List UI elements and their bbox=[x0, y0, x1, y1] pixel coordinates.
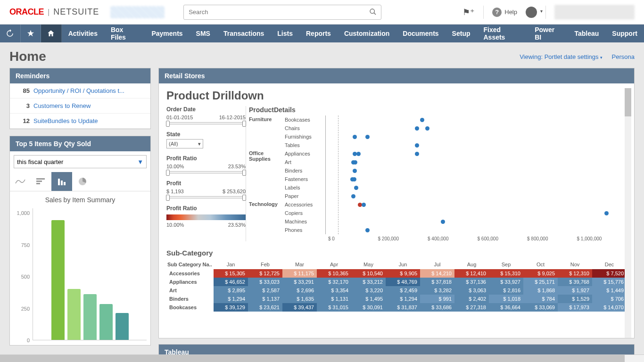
heatmap-cell[interactable]: $ 3,354 bbox=[317, 286, 351, 295]
scatter-dot[interactable] bbox=[356, 152, 361, 156]
profit-ratio-slider[interactable] bbox=[166, 171, 246, 173]
nav-item-activities[interactable]: Activities bbox=[62, 25, 104, 42]
scatter-dot[interactable] bbox=[415, 152, 419, 156]
reminder-row[interactable]: 3Customers to Renew bbox=[10, 99, 150, 114]
heatmap-cell[interactable]: $ 36,664 bbox=[489, 303, 523, 312]
heatmap-cell[interactable]: $ 1,449 bbox=[592, 286, 627, 295]
chart-type-line[interactable] bbox=[10, 172, 31, 191]
personalize-link[interactable]: Persona bbox=[612, 53, 635, 60]
reminder-link[interactable]: Customers to Renew bbox=[33, 102, 91, 109]
new-item-icon[interactable]: ⚑⁺ bbox=[462, 7, 475, 17]
heatmap-cell[interactable]: $ 3,220 bbox=[351, 286, 386, 295]
heatmap-cell[interactable]: $ 12,410 bbox=[454, 269, 489, 278]
reminder-row[interactable]: 12SuiteBundles to Update bbox=[10, 114, 150, 129]
nav-item-box-files[interactable]: Box Files bbox=[104, 25, 145, 42]
heatmap-cell[interactable]: $ 39,437 bbox=[282, 303, 317, 312]
heatmap-cell[interactable]: $ 30,091 bbox=[351, 303, 386, 312]
nav-item-reports[interactable]: Reports bbox=[299, 25, 338, 42]
heatmap-cell[interactable]: $ 2,696 bbox=[282, 286, 317, 295]
heatmap-cell[interactable]: $ 33,069 bbox=[523, 303, 558, 312]
reminder-row[interactable]: 85Opportunity / ROI / Quotations t... bbox=[10, 83, 150, 99]
heatmap-cell[interactable]: $ 23,621 bbox=[248, 303, 282, 312]
heatmap-cell[interactable]: $ 33,686 bbox=[420, 303, 454, 312]
chart-type-bar-v[interactable] bbox=[51, 172, 72, 191]
nav-item-customization[interactable]: Customization bbox=[338, 25, 396, 42]
chart-type-bar-h[interactable] bbox=[31, 172, 51, 191]
scatter-dot[interactable] bbox=[365, 228, 370, 232]
profit-slider[interactable] bbox=[166, 196, 246, 198]
heatmap-cell[interactable]: $ 3,063 bbox=[454, 286, 489, 295]
heatmap-cell[interactable]: $ 1,294 bbox=[386, 295, 420, 303]
scatter-dot[interactable] bbox=[425, 126, 429, 131]
scatter-dot[interactable] bbox=[352, 177, 356, 181]
heatmap-cell[interactable]: $ 10,365 bbox=[317, 269, 351, 278]
nav-favorites-button[interactable] bbox=[21, 25, 41, 42]
scatter-dot[interactable] bbox=[351, 194, 355, 198]
heatmap-cell[interactable]: $ 27,318 bbox=[454, 303, 489, 312]
heatmap-cell[interactable]: $ 39,768 bbox=[558, 278, 592, 286]
heatmap-cell[interactable]: $ 31,015 bbox=[317, 303, 351, 312]
heatmap-cell[interactable]: $ 12,310 bbox=[558, 269, 592, 278]
nav-item-power-bi[interactable]: Power BI bbox=[528, 25, 568, 42]
heatmap-cell[interactable]: $ 15,310 bbox=[489, 269, 523, 278]
heatmap-cell[interactable]: $ 2,459 bbox=[386, 286, 420, 295]
heatmap-cell[interactable]: $ 3,282 bbox=[420, 286, 454, 295]
heatmap-cell[interactable]: $ 37,818 bbox=[420, 278, 454, 286]
search-input[interactable] bbox=[183, 5, 381, 20]
heatmap-cell[interactable]: $ 10,540 bbox=[351, 269, 386, 278]
heatmap-cell[interactable]: $ 25,171 bbox=[523, 278, 558, 286]
heatmap-cell[interactable]: $ 33,291 bbox=[282, 278, 317, 286]
heatmap-cell[interactable]: $ 15,776 bbox=[592, 278, 627, 286]
heatmap-cell[interactable]: $ 9,025 bbox=[523, 269, 558, 278]
bar[interactable] bbox=[67, 289, 81, 340]
scatter-dot[interactable] bbox=[353, 169, 357, 173]
nav-history-button[interactable] bbox=[0, 25, 21, 42]
heatmap-cell[interactable]: $ 1,294 bbox=[214, 295, 248, 303]
heatmap-cell[interactable]: $ 991 bbox=[420, 295, 454, 303]
heatmap-cell[interactable]: $ 33,927 bbox=[489, 278, 523, 286]
heatmap-cell[interactable]: $ 14,070 bbox=[592, 303, 627, 312]
heatmap-cell[interactable]: $ 15,305 bbox=[214, 269, 248, 278]
heatmap-cell[interactable]: $ 46,652 bbox=[214, 278, 248, 286]
heatmap-cell[interactable]: $ 2,587 bbox=[248, 286, 282, 295]
heatmap-cell[interactable]: $ 1,868 bbox=[523, 286, 558, 295]
nav-item-documents[interactable]: Documents bbox=[396, 25, 445, 42]
scatter-dot[interactable] bbox=[362, 203, 366, 207]
bar[interactable] bbox=[51, 220, 65, 340]
heatmap-cell[interactable]: $ 11,175 bbox=[282, 269, 317, 278]
nav-item-sms[interactable]: SMS bbox=[190, 25, 217, 42]
scatter-dot[interactable] bbox=[354, 186, 358, 190]
period-select[interactable]: this fiscal quarter ▼ bbox=[14, 155, 147, 168]
heatmap-cell[interactable]: $ 31,837 bbox=[386, 303, 420, 312]
bar[interactable] bbox=[83, 294, 97, 340]
nav-item-support[interactable]: Support bbox=[605, 25, 644, 42]
scatter-dot[interactable] bbox=[420, 118, 424, 122]
heatmap-cell[interactable]: $ 12,725 bbox=[248, 269, 282, 278]
heatmap-cell[interactable]: $ 1,529 bbox=[558, 295, 592, 303]
nav-item-fixed-assets[interactable]: Fixed Assets bbox=[477, 25, 528, 42]
heatmap-cell[interactable]: $ 33,023 bbox=[248, 278, 282, 286]
heatmap-cell[interactable]: $ 1,495 bbox=[351, 295, 386, 303]
nav-item-payments[interactable]: Payments bbox=[145, 25, 189, 42]
search-icon[interactable] bbox=[369, 8, 377, 16]
heatmap-cell[interactable]: $ 1,131 bbox=[317, 295, 351, 303]
nav-item-tableau[interactable]: Tableau bbox=[568, 25, 605, 42]
heatmap-cell[interactable]: $ 14,210 bbox=[420, 269, 454, 278]
heatmap-cell[interactable]: $ 33,212 bbox=[351, 278, 386, 286]
chart-type-pie[interactable] bbox=[72, 172, 93, 191]
heatmap-cell[interactable]: $ 17,973 bbox=[558, 303, 592, 312]
viewing-dropdown[interactable]: Viewing: Portlet date settings bbox=[520, 53, 602, 60]
heatmap-cell[interactable]: $ 39,129 bbox=[214, 303, 248, 312]
heatmap-cell[interactable]: $ 2,816 bbox=[489, 286, 523, 295]
nav-home-button[interactable] bbox=[41, 25, 62, 42]
heatmap-cell[interactable]: $ 1,018 bbox=[489, 295, 523, 303]
scatter-dot[interactable] bbox=[415, 143, 419, 148]
scatter-dot[interactable] bbox=[604, 211, 609, 215]
heatmap-cell[interactable]: $ 1,927 bbox=[558, 286, 592, 295]
heatmap-cell[interactable]: $ 706 bbox=[592, 295, 627, 303]
heatmap-cell[interactable]: $ 2,402 bbox=[454, 295, 489, 303]
nav-item-setup[interactable]: Setup bbox=[446, 25, 477, 42]
user-menu-icon[interactable] bbox=[526, 7, 537, 18]
reminder-link[interactable]: Opportunity / ROI / Quotations t... bbox=[33, 87, 124, 94]
scatter-dot[interactable] bbox=[353, 160, 357, 165]
